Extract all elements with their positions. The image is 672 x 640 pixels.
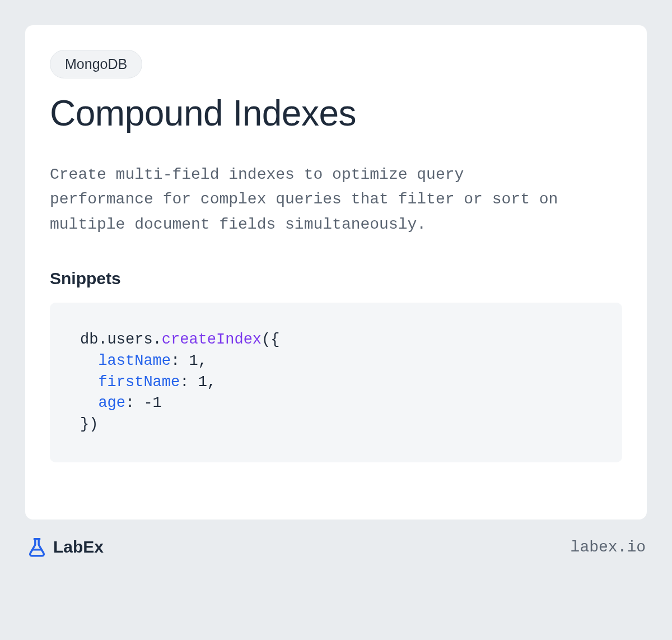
footer: LabEx labex.io: [25, 520, 647, 558]
brand: LabEx: [26, 536, 104, 558]
description-text: Create multi-field indexes to optimize q…: [50, 163, 565, 238]
code-snippet: db.users.createIndex({ lastName: 1, firs…: [50, 303, 622, 462]
content-card: MongoDB Compound Indexes Create multi-fi…: [25, 25, 647, 520]
brand-name: LabEx: [53, 537, 104, 556]
site-url: labex.io: [571, 539, 646, 556]
category-tag: MongoDB: [50, 50, 142, 78]
snippets-heading: Snippets: [50, 269, 622, 288]
flask-icon: [26, 536, 48, 558]
page-title: Compound Indexes: [50, 93, 622, 135]
